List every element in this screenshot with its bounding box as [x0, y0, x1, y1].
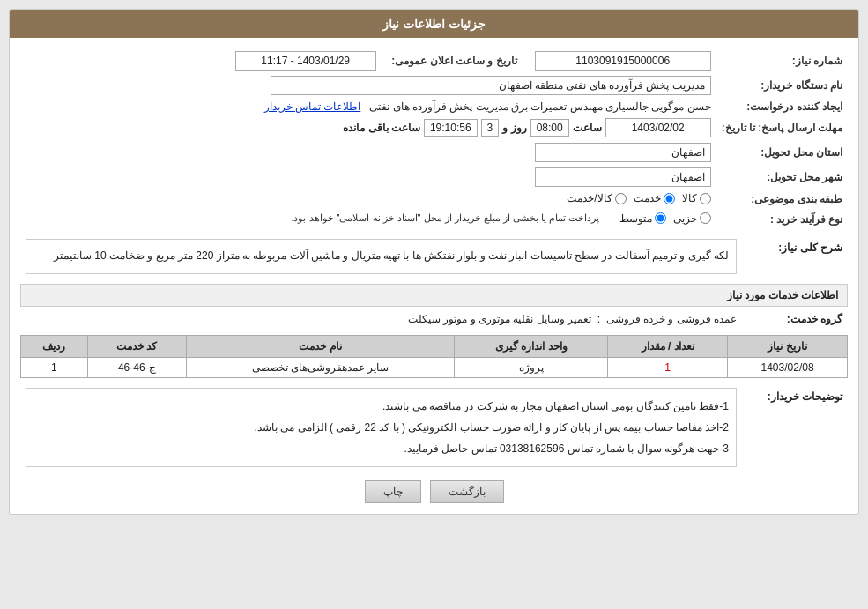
page-header: جزئیات اطلاعات نیاز [10, 10, 858, 38]
mohlat-saat-label: ساعت [573, 122, 602, 134]
namDastgah-label: نام دستگاه خریدار: [716, 73, 848, 98]
tarikh-saat-value: 1403/01/29 - 11:17 [235, 51, 376, 71]
cell-tarikh: 1403/02/08 [728, 357, 848, 377]
mohlat-mande-label: ساعت باقی مانده [343, 122, 420, 134]
noeFarayand-jozi-option[interactable]: جزیی [673, 212, 711, 225]
khadamat-section-title: اطلاعات خدمات مورد نیاز [20, 284, 848, 307]
cell-radif: 1 [21, 357, 88, 377]
mohlat-roz-label: روز و [502, 122, 526, 134]
namDastgah-value: مدیریت پخش فرآورده های نفتی منطقه اصفهان [271, 76, 711, 95]
back-button[interactable]: بازگشت [430, 480, 504, 503]
tabaghe-khadamat-label: خدمت [634, 192, 661, 204]
ijadKonande-link[interactable]: اطلاعات تماس خریدار [264, 100, 361, 113]
page-title: جزئیات اطلاعات نیاز [382, 17, 486, 31]
ijadKonande-value: حسن موگویی جالسیاری مهندس تعمیرات برق مد… [369, 100, 710, 113]
tabaghe-khadamat-option[interactable]: خدمت [634, 192, 675, 204]
noeFarayand-jozi-label: جزیی [673, 212, 697, 225]
col-radif: ردیف [21, 335, 88, 357]
sharh-value: لکه گیری و ترمیم آسفالت در سطح تاسیسات ا… [26, 239, 737, 274]
print-button[interactable]: چاپ [365, 480, 421, 503]
tabaghe-kala-khadamat-label: کالا/خدمت [567, 192, 612, 204]
tawzihat-line: 3-جهت هرگونه سوال با شماره تماس 03138162… [33, 438, 729, 459]
tabaghe-label: طبقه بندی موضوعی: [716, 189, 848, 210]
tawzihat-box: 1-فقط تامین کنندگان بومی استان اصفهان مج… [26, 388, 737, 467]
col-kod: کد خدمت [87, 335, 186, 357]
mohlat-date: 1403/02/02 [605, 118, 711, 137]
shomareNiaz-value: 1103091915000006 [535, 51, 711, 71]
tabaghe-kala-khadamat-option[interactable]: کالا/خدمت [567, 192, 626, 204]
mohlat-mande: 19:10:56 [424, 119, 478, 137]
tawzihat-line: 1-فقط تامین کنندگان بومی استان اصفهان مج… [33, 396, 729, 417]
grohe-label: گروه خدمت: [742, 310, 848, 328]
ijadKonande-label: ایجاد کننده درخواست: [716, 98, 848, 115]
cell-nam: سایر عمدهفروشی‌های تخصصی [186, 357, 455, 377]
noeFarayand-motevaset-label: متوسط [619, 212, 652, 225]
tabaghe-kala-label: کالا [682, 192, 697, 204]
shahr-label: شهر محل تحویل: [716, 165, 848, 189]
ostan-value: اصفهان [535, 143, 711, 162]
service-table: تاریخ نیاز تعداد / مقدار واحد اندازه گیر… [20, 335, 848, 378]
col-tedad: تعداد / مقدار [608, 335, 728, 357]
mohlat-saat: 08:00 [530, 119, 569, 137]
cell-kod: ج-46-46 [87, 357, 186, 377]
col-nam: نام خدمت [186, 335, 455, 357]
tabaghe-kala-option[interactable]: کالا [682, 192, 711, 204]
cell-vahed: پروژه [455, 357, 608, 377]
table-row: 1403/02/08 1 پروژه سایر عمدهفروشی‌های تخ… [21, 357, 848, 377]
tawzihat-label: توضیحات خریدار: [742, 385, 848, 470]
ostan-label: استان محل تحویل: [716, 140, 848, 165]
mohlat-roz: 3 [481, 119, 500, 137]
col-vahed: واحد اندازه گیری [455, 335, 608, 357]
shahr-value: اصفهان [535, 167, 711, 187]
noeFarayand-label: نوع فرآیند خرید : [716, 210, 848, 230]
mohlat-label: مهلت ارسال پاسخ: تا تاریخ: [716, 115, 848, 140]
noeFarayand-motevaset-option[interactable]: متوسط [619, 212, 666, 225]
sharh-label: شرح کلی نیاز: [742, 236, 848, 277]
col-tarikh: تاریخ نیاز [728, 335, 848, 357]
shomareNiaz-label: شماره نیاز: [716, 48, 848, 73]
grohe-value1: عمده فروشی و خرده فروشی [606, 313, 737, 325]
noeFarayand-desc: پرداخت تمام یا بخشی از مبلغ خریدار از مح… [291, 212, 599, 224]
grohe-value2: تعمیر وسایل نقلیه موتوری و موتور سیکلت [408, 313, 591, 325]
tawzihat-line: 2-اخذ مفاصا حساب بیمه پس از پایان کار و … [33, 417, 729, 438]
cell-tedad: 1 [608, 357, 728, 377]
btn-group: بازگشت چاپ [20, 480, 848, 503]
tarikh-saat-label: تاریخ و ساعت اعلان عمومی: [382, 48, 523, 73]
